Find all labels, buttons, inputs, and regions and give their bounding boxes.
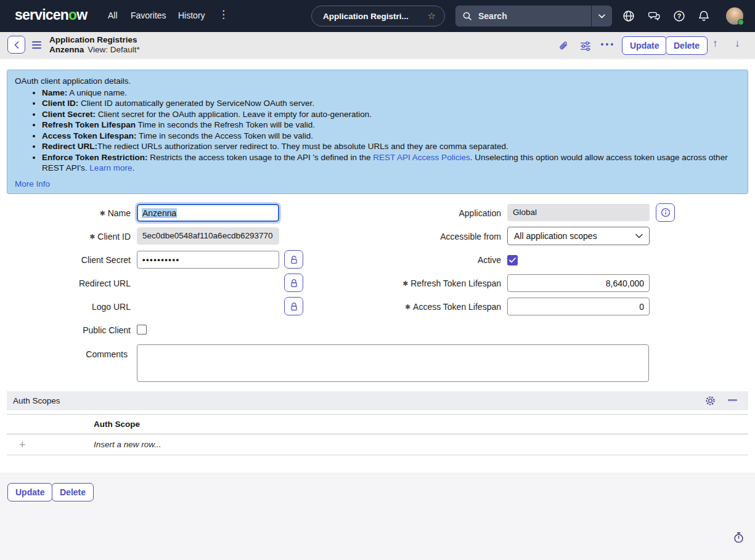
nav-item-all[interactable]: All xyxy=(108,10,118,20)
required-marker: ✱ xyxy=(405,303,410,310)
logo-url-label: Logo URL xyxy=(12,302,131,312)
learn-more-link[interactable]: Learn more xyxy=(89,163,132,172)
back-button[interactable] xyxy=(7,36,25,54)
info-bullet-client-id: Client ID: Client ID automatically gener… xyxy=(42,98,739,109)
attachment-paperclip-icon[interactable] xyxy=(558,41,570,53)
accessible-from-value: All application scopes xyxy=(514,231,635,241)
record-name: Anzenna xyxy=(49,45,84,54)
auth-scopes-header-row: Auth Scope xyxy=(7,415,748,434)
global-search xyxy=(455,6,612,26)
info-bullet-list: Name: A unique name. Client ID: Client I… xyxy=(15,87,739,174)
response-time-stopwatch-icon[interactable] xyxy=(733,532,745,543)
info-bullet-name: Name: A unique name. xyxy=(42,87,739,99)
user-avatar[interactable] xyxy=(726,7,743,25)
info-bullet-redirect-url: Redirect URL:The rediect URLs authorizat… xyxy=(42,141,739,152)
page: { "nav": { "logo": { "part1": "servicen"… xyxy=(0,0,755,560)
auth-scopes-title: Auth Scopes xyxy=(13,396,60,405)
auth-scopes-collapse-minus-icon[interactable] xyxy=(728,399,737,401)
chevron-down-icon xyxy=(635,233,643,238)
globe-icon[interactable] xyxy=(622,10,635,22)
oauth-info-message-box: OAuth client application details. Name: … xyxy=(7,70,748,194)
footer-update-button[interactable]: Update xyxy=(7,483,52,501)
info-bullet-access-token: Access Token Lifespan: Time in seconds t… xyxy=(42,131,739,142)
name-input[interactable]: Anzenna xyxy=(137,204,279,222)
open-record-tab[interactable]: Application Registri... ☆ xyxy=(311,6,445,26)
search-icon xyxy=(462,11,472,21)
footer-delete-button[interactable]: Delete xyxy=(52,483,94,501)
chevron-left-icon xyxy=(13,41,20,49)
insert-row-label: Insert a new row... xyxy=(7,440,161,449)
plus-icon: + xyxy=(19,439,26,450)
comments-textarea[interactable] xyxy=(137,344,649,382)
form-title-block: Application Registries AnzennaView: Defa… xyxy=(49,35,140,55)
info-bullet-refresh-token: Refresh Token Lifespan Time in seconds t… xyxy=(42,120,739,131)
help-icon[interactable]: ? xyxy=(673,10,685,22)
required-marker: ✱ xyxy=(99,209,105,217)
logo-url-lock-icon[interactable] xyxy=(284,297,303,315)
auth-scopes-table: Auth Scope + Insert a new row... xyxy=(7,414,748,455)
refresh-token-lifespan-input[interactable] xyxy=(507,274,650,292)
chat-icon[interactable] xyxy=(648,10,661,22)
auth-scopes-gear-icon[interactable] xyxy=(705,396,716,406)
public-client-label: Public Client xyxy=(12,325,131,335)
required-marker: ✱ xyxy=(89,233,95,240)
check-icon xyxy=(509,258,516,263)
notifications-bell-icon[interactable] xyxy=(698,10,710,22)
form-context-menu-icon[interactable] xyxy=(32,41,41,51)
header-update-button[interactable]: Update xyxy=(622,36,667,55)
personalize-form-sliders-icon[interactable] xyxy=(580,41,592,53)
application-field: Global xyxy=(507,204,650,221)
info-bullet-client-secret: Client Secret: Client secret for the OAu… xyxy=(42,109,739,120)
active-label: Active xyxy=(370,255,501,265)
application-label: Application xyxy=(370,208,501,218)
public-client-checkbox[interactable] xyxy=(137,325,147,335)
presence-status-dot xyxy=(738,19,744,25)
auth-scopes-section-header[interactable]: Auth Scopes xyxy=(7,391,748,410)
auth-scope-column-header: Auth Scope xyxy=(7,420,140,429)
tab-label: Application Registri... xyxy=(323,12,423,21)
comments-label: Comments xyxy=(12,349,128,359)
client-secret-label: Client Secret xyxy=(12,255,131,265)
refresh-token-lifespan-label: ✱Refresh Token Lifespan xyxy=(370,278,501,288)
more-actions-icon[interactable] xyxy=(601,43,613,46)
accessible-from-select[interactable]: All application scopes xyxy=(507,227,650,245)
rest-api-access-policies-link[interactable]: REST API Access Policies xyxy=(373,153,470,162)
required-marker: ✱ xyxy=(402,280,408,287)
client-id-field: 5ec0dbe0548af110a6ecdb6293770 xyxy=(137,227,279,245)
more-menu-icon[interactable]: ⋮ xyxy=(218,8,229,21)
top-nav-bar: servicenow All Favorites History ⋮ Appli… xyxy=(0,0,755,32)
nav-item-favorites[interactable]: Favorites xyxy=(131,10,166,20)
form-table-title: Application Registries xyxy=(49,35,140,45)
redirect-url-lock-icon[interactable] xyxy=(284,274,303,292)
access-token-lifespan-input[interactable] xyxy=(507,298,650,315)
name-label: ✱Name xyxy=(12,208,131,218)
view-label[interactable]: View: Default* xyxy=(88,45,140,54)
logo-green-o: o xyxy=(68,7,76,23)
search-input[interactable] xyxy=(477,10,591,22)
header-delete-button[interactable]: Delete xyxy=(666,36,708,55)
info-intro: OAuth client application details. xyxy=(15,76,739,87)
redirect-url-label: Redirect URL xyxy=(12,278,131,288)
accessible-from-label: Accessible from xyxy=(370,232,501,241)
previous-record-arrow-icon[interactable]: ↑ xyxy=(712,38,718,50)
favorite-star-icon[interactable]: ☆ xyxy=(428,10,436,22)
more-info-link[interactable]: More Info xyxy=(15,179,50,190)
name-input-selected-text: Anzenna xyxy=(142,208,177,218)
servicenow-logo[interactable]: servicenow xyxy=(15,7,87,23)
insert-new-row[interactable]: + Insert a new row... xyxy=(7,434,748,455)
access-token-lifespan-label: ✱Access Token Lifespan xyxy=(370,302,501,312)
client-secret-input[interactable] xyxy=(137,251,279,269)
next-record-arrow-icon[interactable]: ↓ xyxy=(735,38,740,50)
info-bullet-enforce-token: Enforce Token Restriction: Restricts the… xyxy=(42,152,739,174)
client-id-label: ✱Client ID xyxy=(12,232,131,241)
svg-text:?: ? xyxy=(677,12,681,20)
client-secret-unlock-icon[interactable] xyxy=(284,250,303,269)
nav-item-history[interactable]: History xyxy=(178,10,205,20)
search-scope-dropdown[interactable] xyxy=(592,6,612,26)
footer-area xyxy=(0,473,755,560)
active-checkbox[interactable] xyxy=(507,255,518,266)
application-info-icon[interactable] xyxy=(656,203,675,222)
